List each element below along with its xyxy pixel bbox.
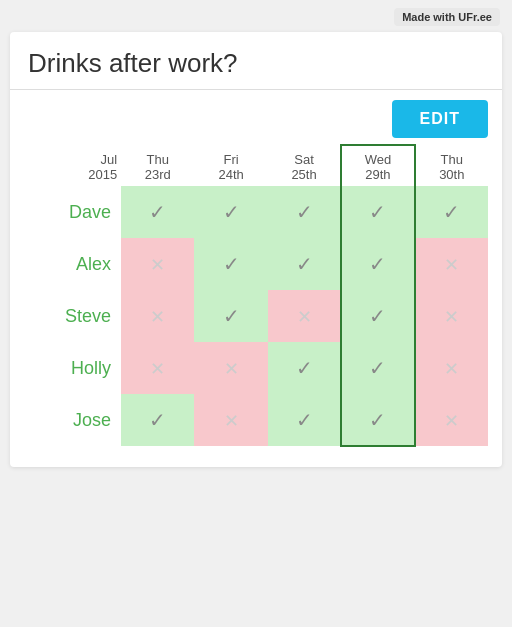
made-with-badge: Made with UFr.ee bbox=[394, 8, 500, 26]
header-col-thu23: Thu 23rd bbox=[121, 145, 194, 186]
person-name-alex: Alex bbox=[24, 238, 121, 290]
header-month: Jul bbox=[28, 152, 117, 167]
header-col-fri24: Fri 24th bbox=[194, 145, 267, 186]
cell-holly-sat25: ✓ bbox=[268, 342, 341, 394]
cell-jose-wed29: ✓ bbox=[341, 394, 414, 446]
cell-alex-fri24: ✓ bbox=[194, 238, 267, 290]
header-name-col: Jul 2015 bbox=[24, 145, 121, 186]
cell-dave-wed29: ✓ bbox=[341, 186, 414, 238]
cell-jose-thu23: ✓ bbox=[121, 394, 194, 446]
cell-steve-fri24: ✓ bbox=[194, 290, 267, 342]
table-row: Steve ✕ ✓ ✕ ✓ ✕ bbox=[24, 290, 488, 342]
cell-alex-wed29: ✓ bbox=[341, 238, 414, 290]
person-name-holly: Holly bbox=[24, 342, 121, 394]
table-row: Holly ✕ ✕ ✓ ✓ ✕ bbox=[24, 342, 488, 394]
cell-dave-sat25: ✓ bbox=[268, 186, 341, 238]
cell-steve-thu23: ✕ bbox=[121, 290, 194, 342]
table-header-row: Jul 2015 Thu 23rd Fri 24th Sat bbox=[24, 145, 488, 186]
cell-holly-wed29: ✓ bbox=[341, 342, 414, 394]
main-card: Drinks after work? EDIT Jul 2015 Thu 23r… bbox=[10, 32, 502, 467]
top-bar: Made with UFr.ee bbox=[0, 0, 512, 32]
person-name-steve: Steve bbox=[24, 290, 121, 342]
brand-name: UFr.ee bbox=[458, 11, 492, 23]
edit-button[interactable]: EDIT bbox=[392, 100, 488, 138]
cell-steve-sat25: ✕ bbox=[268, 290, 341, 342]
availability-table: Jul 2015 Thu 23rd Fri 24th Sat bbox=[24, 144, 488, 447]
cell-holly-thu30: ✕ bbox=[415, 342, 488, 394]
header-col-sat25: Sat 25th bbox=[268, 145, 341, 186]
cell-dave-thu23: ✓ bbox=[121, 186, 194, 238]
person-name-dave: Dave bbox=[24, 186, 121, 238]
edit-row: EDIT bbox=[10, 90, 502, 144]
cell-holly-thu23: ✕ bbox=[121, 342, 194, 394]
grid-wrapper: Jul 2015 Thu 23rd Fri 24th Sat bbox=[10, 144, 502, 467]
page-container: Made with UFr.ee Drinks after work? EDIT… bbox=[0, 0, 512, 627]
header-year: 2015 bbox=[28, 167, 117, 182]
cell-holly-fri24: ✕ bbox=[194, 342, 267, 394]
table-row: Dave ✓ ✓ ✓ ✓ ✓ bbox=[24, 186, 488, 238]
cell-jose-fri24: ✕ bbox=[194, 394, 267, 446]
cell-steve-thu30: ✕ bbox=[415, 290, 488, 342]
cell-steve-wed29: ✓ bbox=[341, 290, 414, 342]
person-name-jose: Jose bbox=[24, 394, 121, 446]
table-row: Alex ✕ ✓ ✓ ✓ ✕ bbox=[24, 238, 488, 290]
page-title: Drinks after work? bbox=[28, 48, 484, 79]
title-section: Drinks after work? bbox=[10, 32, 502, 90]
table-row: Jose ✓ ✕ ✓ ✓ ✕ bbox=[24, 394, 488, 446]
cell-alex-sat25: ✓ bbox=[268, 238, 341, 290]
cell-jose-thu30: ✕ bbox=[415, 394, 488, 446]
cell-dave-fri24: ✓ bbox=[194, 186, 267, 238]
cell-alex-thu23: ✕ bbox=[121, 238, 194, 290]
cell-alex-thu30: ✕ bbox=[415, 238, 488, 290]
header-col-wed29: Wed 29th bbox=[341, 145, 414, 186]
made-with-text: Made with bbox=[402, 11, 458, 23]
cell-jose-sat25: ✓ bbox=[268, 394, 341, 446]
header-col-thu30: Thu 30th bbox=[415, 145, 488, 186]
cell-dave-thu30: ✓ bbox=[415, 186, 488, 238]
